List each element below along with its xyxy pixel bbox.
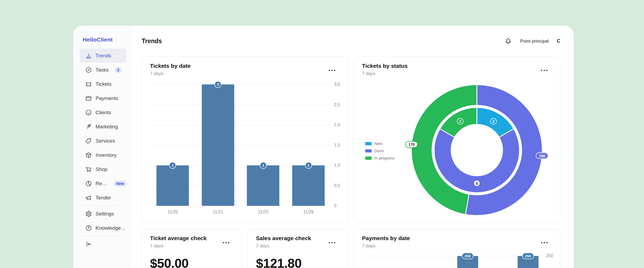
y-axis-tick: 250 (546, 254, 553, 258)
sidebar-item-label: Inventory (96, 152, 116, 158)
dot (223, 242, 224, 243)
gridline (150, 84, 331, 85)
bar[interactable] (292, 165, 325, 206)
tickets-by-date-bar-chart: 3,02,52,01,51,00,50111/20311/21111/25111… (142, 57, 348, 223)
card-menu-button[interactable] (328, 240, 336, 245)
gridline (150, 145, 331, 146)
app-logo: HelloClient (83, 36, 130, 43)
notifications-bell-icon[interactable] (504, 38, 512, 45)
sidebar-item-label: Clients (96, 110, 111, 116)
y-axis-tick: 1,5 (334, 143, 340, 148)
tickets-by-status-donut-chart: 190170282NewDoneIn progress (354, 57, 560, 223)
card-ticket-average-check: Ticket average check 7 days $50.00 (141, 229, 242, 268)
card-subtitle: 7 days (256, 243, 311, 249)
donut-value-badge: 2 (457, 118, 464, 125)
donut-value-badge: 190 (536, 152, 548, 159)
sidebar-divider (80, 206, 126, 206)
sidebar-item-clients[interactable]: Clients (79, 105, 126, 120)
sidebar-item-tickets[interactable]: Tickets (79, 77, 126, 91)
y-axis-tick: 0 (334, 203, 336, 208)
sidebar-item-label: Trends (96, 53, 111, 59)
dot (225, 242, 227, 243)
sidebar-item-reports[interactable]: ReportsNew (79, 176, 126, 191)
sidebar-item-label: Shop (96, 166, 107, 172)
bar-value-badge: 1 (169, 162, 176, 169)
main-content: Trends Point principal C Tickets by date… (131, 26, 574, 268)
sidebar-item-label: Payments (96, 95, 118, 101)
sidebar-item-label: Marketing (96, 124, 118, 130)
account-name[interactable]: Point principal (520, 39, 549, 44)
sidebar-item-label: Services (96, 138, 115, 144)
legend-swatch (365, 142, 372, 145)
bar-value-badge: 3 (214, 81, 221, 88)
stat-value: $50.00 (150, 256, 189, 268)
sidebar-item-tasks[interactable]: Tasks3 (79, 63, 126, 77)
gridline (362, 256, 543, 256)
bar-value-badge: 250 (462, 253, 474, 259)
payments-by-date-bar-chart: 250250250 (354, 229, 560, 268)
payments-icon (85, 95, 92, 102)
sidebar-item-badge: 3 (115, 67, 122, 73)
sidebar-item-services[interactable]: Services (79, 134, 126, 148)
knowledge-icon (85, 225, 92, 232)
sidebar-item-label: Tasks (96, 67, 109, 73)
app-window: HelloClient TrendsTasks3TicketsPaymentsC… (73, 25, 574, 268)
avatar[interactable]: C (557, 38, 560, 44)
card-header: Ticket average check 7 days (150, 235, 207, 249)
card-payments-by-date: Payments by date 7 days 250250250 (353, 229, 560, 268)
sidebar-item-knowledge-base[interactable]: Knowledge Base (79, 221, 126, 235)
dot (228, 242, 229, 243)
donut-value-badge: 8 (474, 180, 480, 187)
legend-item-in-progress: In progress (365, 154, 394, 162)
dot (331, 242, 333, 243)
y-axis-tick: 0,5 (334, 183, 340, 188)
y-axis-tick: 3,0 (334, 82, 340, 87)
sidebar-item-label: Knowledge Base (96, 225, 126, 231)
sidebar-item-label: Tickets (96, 81, 111, 87)
sidebar-item-label: Tender (96, 195, 111, 201)
bar[interactable] (156, 165, 189, 206)
marketing-icon (85, 123, 92, 130)
sidebar-item-payments[interactable]: Payments (79, 91, 126, 105)
topbar-right: Point principal C (504, 38, 560, 45)
x-axis-label: 11/25 (258, 210, 268, 214)
card-tickets-by-date: Tickets by date 7 days 3,02,52,01,51,00,… (141, 57, 348, 223)
y-axis-tick: 2,0 (334, 122, 340, 127)
sidebar-item-label: Settings (96, 211, 114, 217)
sidebar-item-badge: New (114, 181, 126, 187)
chart-legend: NewDoneIn progress (365, 140, 394, 162)
x-axis-label: 11/26 (303, 210, 314, 214)
card-title: Sales average check (256, 235, 311, 241)
dot (334, 242, 335, 243)
gridline (150, 125, 331, 125)
topbar: Trends Point principal C (131, 26, 574, 57)
sidebar-divider (80, 236, 126, 236)
stat-value: $121.80 (256, 256, 302, 268)
card-subtitle: 7 days (150, 243, 207, 249)
card-header: Sales average check 7 days (256, 235, 311, 249)
services-icon (85, 137, 92, 144)
collapse-icon (85, 241, 92, 248)
sidebar-item-tender[interactable]: Tender (79, 191, 126, 205)
x-axis-label: 11/20 (167, 210, 178, 214)
sidebar-item-settings[interactable]: Settings (79, 207, 126, 221)
x-axis-label: 11/21 (213, 210, 223, 214)
legend-item-new: New (365, 140, 394, 147)
page-title: Trends (142, 38, 162, 45)
legend-swatch (365, 157, 372, 160)
inventory-icon (85, 152, 92, 159)
bar[interactable] (247, 165, 279, 206)
clients-icon (85, 109, 92, 116)
bar-value-badge: 1 (260, 162, 267, 169)
sidebar-item-marketing[interactable]: Marketing (79, 120, 126, 134)
donut-value-badge: 2 (490, 118, 497, 125)
card-menu-button[interactable] (222, 240, 230, 245)
sidebar-item-inventory[interactable]: Inventory (79, 148, 126, 162)
card-sales-average-check: Sales average check 7 days $121.80 (247, 229, 348, 268)
reports-icon (85, 180, 92, 187)
card-title: Ticket average check (150, 235, 207, 241)
bar[interactable] (202, 84, 234, 206)
sidebar-item-trends[interactable]: Trends (79, 49, 126, 63)
sidebar-item-shop[interactable]: Shop (79, 162, 126, 176)
collapse-sidebar-button[interactable] (79, 237, 126, 251)
